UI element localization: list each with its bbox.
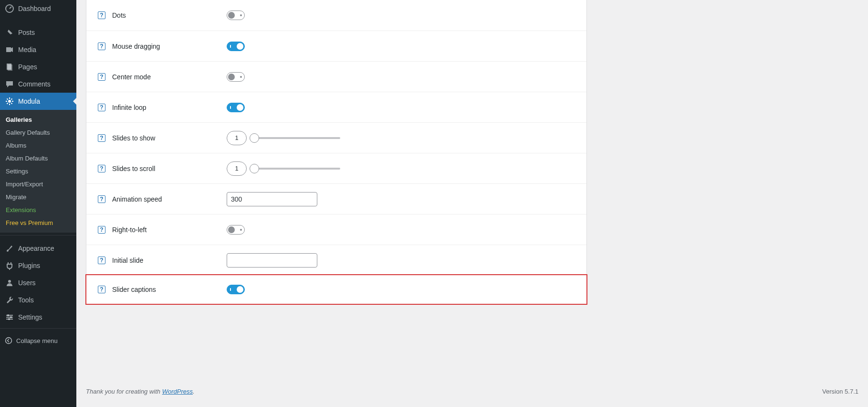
collapse-menu-button[interactable]: Collapse menu bbox=[0, 333, 76, 348]
user-icon bbox=[5, 278, 14, 288]
submenu-import-export[interactable]: Import/Export bbox=[0, 178, 76, 191]
submenu-extensions[interactable]: Extensions bbox=[0, 204, 76, 216]
sidebar-item-settings[interactable]: Settings bbox=[0, 309, 76, 326]
collapse-icon bbox=[5, 337, 12, 344]
setting-label: Slider captions bbox=[112, 286, 227, 293]
setting-label: Center mode bbox=[112, 73, 227, 81]
sidebar-separator bbox=[0, 328, 76, 331]
setting-row-animation_speed: ?Animation speed bbox=[86, 183, 586, 214]
sidebar-item-modula[interactable]: Modula bbox=[0, 93, 76, 110]
setting-control bbox=[227, 253, 575, 268]
sidebar-label: Settings bbox=[18, 313, 42, 321]
svg-rect-1 bbox=[6, 47, 11, 52]
help-icon[interactable]: ? bbox=[98, 195, 105, 203]
infinite_loop-toggle[interactable] bbox=[227, 103, 245, 112]
sidebar-label: Comments bbox=[18, 80, 51, 88]
slides_to_scroll-value-input[interactable] bbox=[227, 161, 247, 176]
sidebar-item-plugins[interactable]: Plugins bbox=[0, 257, 76, 274]
pin-icon bbox=[5, 28, 14, 37]
sidebar-label: Plugins bbox=[18, 262, 40, 269]
help-icon[interactable]: ? bbox=[98, 165, 105, 172]
setting-row-slides_to_show: ?Slides to show bbox=[86, 122, 586, 153]
svg-point-8 bbox=[8, 318, 10, 320]
sidebar-label: Tools bbox=[18, 296, 34, 304]
slides_to_show-value-input[interactable] bbox=[227, 131, 247, 145]
setting-row-center_mode: ?Center mode bbox=[86, 61, 586, 92]
submenu-free-vs-premium[interactable]: Free vs Premium bbox=[0, 216, 76, 229]
plug-icon bbox=[5, 261, 14, 270]
svg-point-9 bbox=[6, 338, 12, 344]
sidebar-item-appearance[interactable]: Appearance bbox=[0, 240, 76, 257]
admin-sidebar: Dashboard Posts Media Pages Comments Mod… bbox=[0, 0, 76, 407]
footer-suffix: . bbox=[193, 388, 195, 395]
admin-footer: Thank you for creating with WordPress. V… bbox=[76, 383, 868, 407]
svg-point-5 bbox=[8, 280, 11, 283]
submenu-album-defaults[interactable]: Album Defaults bbox=[0, 152, 76, 165]
svg-point-6 bbox=[7, 314, 9, 316]
sidebar-label: Users bbox=[18, 279, 36, 287]
slides_to_scroll-slider[interactable] bbox=[254, 168, 340, 170]
setting-label: Mouse dragging bbox=[112, 43, 227, 50]
sidebar-label: Pages bbox=[18, 63, 37, 71]
dots-toggle[interactable] bbox=[227, 11, 245, 20]
setting-control bbox=[227, 103, 575, 112]
sidebar-item-pages[interactable]: Pages bbox=[0, 58, 76, 75]
help-icon[interactable]: ? bbox=[98, 43, 105, 50]
slides_to_show-slider[interactable] bbox=[254, 137, 340, 139]
sidebar-label: Dashboard bbox=[18, 5, 51, 12]
setting-row-dots: ?Dots bbox=[86, 0, 586, 31]
setting-label: Infinite loop bbox=[112, 104, 227, 111]
sidebar-label: Appearance bbox=[18, 245, 54, 252]
submenu-gallery-defaults[interactable]: Gallery Defaults bbox=[0, 126, 76, 139]
sidebar-label: Posts bbox=[18, 29, 35, 36]
help-icon[interactable]: ? bbox=[98, 73, 105, 81]
animation_speed-input[interactable] bbox=[227, 192, 317, 206]
settings-panel: ?Dots?Mouse dragging?Center mode?Infinit… bbox=[86, 0, 587, 304]
submenu-migrate[interactable]: Migrate bbox=[0, 191, 76, 204]
sidebar-label: Media bbox=[18, 46, 36, 54]
submenu-albums[interactable]: Albums bbox=[0, 139, 76, 152]
sidebar-item-media[interactable]: Media bbox=[0, 41, 76, 58]
sidebar-item-users[interactable]: Users bbox=[0, 274, 76, 291]
setting-control bbox=[227, 161, 575, 176]
setting-label: Animation speed bbox=[112, 195, 227, 203]
setting-control bbox=[227, 72, 575, 82]
sidebar-item-comments[interactable]: Comments bbox=[0, 75, 76, 93]
wrench-icon bbox=[5, 295, 14, 305]
setting-label: Slides to scroll bbox=[112, 165, 227, 172]
help-icon[interactable]: ? bbox=[98, 257, 105, 264]
content-area: ?Dots?Mouse dragging?Center mode?Infinit… bbox=[76, 0, 868, 407]
media-icon bbox=[5, 45, 14, 54]
sidebar-item-posts[interactable]: Posts bbox=[0, 24, 76, 41]
setting-control bbox=[227, 131, 575, 145]
submenu-settings[interactable]: Settings bbox=[0, 165, 76, 178]
collapse-label: Collapse menu bbox=[16, 337, 58, 344]
brush-icon bbox=[5, 244, 14, 253]
sliders-icon bbox=[5, 312, 14, 322]
sidebar-separator bbox=[0, 235, 76, 237]
setting-label: Dots bbox=[112, 11, 227, 19]
help-icon[interactable]: ? bbox=[98, 286, 105, 293]
setting-control bbox=[227, 192, 575, 206]
setting-row-mouse_dragging: ?Mouse dragging bbox=[86, 31, 586, 61]
setting-label: Slides to show bbox=[112, 134, 227, 142]
sidebar-item-tools[interactable]: Tools bbox=[0, 291, 76, 309]
help-icon[interactable]: ? bbox=[98, 134, 105, 142]
submenu-galleries[interactable]: Galleries bbox=[0, 113, 76, 126]
setting-label: Initial slide bbox=[112, 257, 227, 264]
setting-label: Right-to-left bbox=[112, 226, 227, 234]
help-icon[interactable]: ? bbox=[98, 104, 105, 111]
dashboard-icon bbox=[5, 4, 14, 13]
setting-control bbox=[227, 11, 575, 20]
help-icon[interactable]: ? bbox=[98, 11, 105, 19]
center_mode-toggle[interactable] bbox=[227, 72, 245, 82]
mouse_dragging-toggle[interactable] bbox=[227, 42, 245, 51]
wordpress-link[interactable]: WordPress bbox=[162, 388, 193, 395]
initial_slide-input[interactable] bbox=[227, 253, 317, 268]
setting-control bbox=[227, 225, 575, 235]
sidebar-item-dashboard[interactable]: Dashboard bbox=[0, 0, 76, 17]
help-icon[interactable]: ? bbox=[98, 226, 105, 234]
right_to_left-toggle[interactable] bbox=[227, 225, 245, 235]
footer-thanks: Thank you for creating with WordPress. bbox=[86, 388, 195, 395]
slider_captions-toggle[interactable] bbox=[227, 285, 245, 294]
